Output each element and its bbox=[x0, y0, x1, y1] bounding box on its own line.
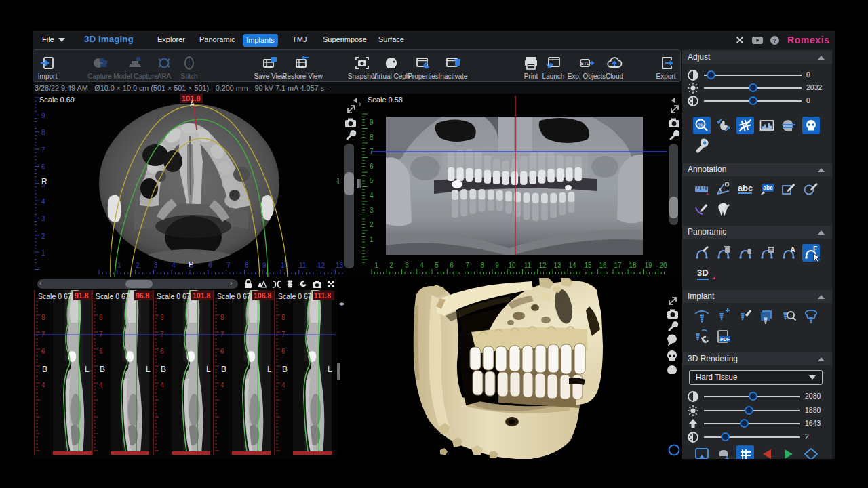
svg-text:4: 4 bbox=[99, 382, 103, 389]
svg-text:1: 1 bbox=[370, 236, 374, 243]
svg-text:8: 8 bbox=[370, 134, 374, 141]
svg-text:96.8: 96.8 bbox=[136, 291, 150, 300]
svg-text:5: 5 bbox=[370, 177, 374, 184]
svg-text:111.8: 111.8 bbox=[314, 291, 331, 300]
svg-text:8: 8 bbox=[220, 314, 224, 321]
svg-text:PDF: PDF bbox=[720, 337, 730, 342]
svg-text:9: 9 bbox=[495, 262, 499, 269]
svg-text:3: 3 bbox=[154, 262, 158, 269]
svg-text:L: L bbox=[267, 365, 272, 374]
svg-text:12: 12 bbox=[538, 262, 547, 269]
svg-text:6: 6 bbox=[208, 262, 212, 269]
svg-text:11: 11 bbox=[524, 262, 532, 269]
svg-text:?: ? bbox=[773, 37, 777, 44]
svg-text:7: 7 bbox=[370, 148, 374, 155]
svg-text:10: 10 bbox=[281, 262, 289, 269]
svg-text:17: 17 bbox=[614, 262, 622, 269]
svg-text:Scale 0 67: Scale 0 67 bbox=[38, 292, 72, 300]
svg-text:Scale 0 67: Scale 0 67 bbox=[157, 292, 191, 300]
svg-text:abc: abc bbox=[763, 184, 773, 191]
svg-text:4: 4 bbox=[172, 262, 176, 269]
svg-text:3: 3 bbox=[370, 207, 374, 214]
svg-text:6: 6 bbox=[160, 348, 164, 355]
svg-text:15: 15 bbox=[584, 262, 592, 269]
svg-text:L: L bbox=[146, 365, 151, 374]
svg-text:7: 7 bbox=[226, 262, 231, 269]
svg-text:8: 8 bbox=[480, 262, 484, 269]
svg-text:16: 16 bbox=[599, 262, 607, 269]
svg-text:91.8: 91.8 bbox=[75, 291, 89, 300]
svg-text:A: A bbox=[790, 246, 795, 253]
svg-text:2: 2 bbox=[136, 262, 140, 269]
svg-text:20: 20 bbox=[659, 262, 667, 269]
svg-text:8: 8 bbox=[281, 314, 285, 321]
svg-text:4: 4 bbox=[420, 262, 424, 269]
svg-text:STL: STL bbox=[580, 61, 589, 66]
svg-text:18: 18 bbox=[629, 262, 637, 269]
svg-text:11: 11 bbox=[299, 262, 307, 269]
svg-text:101.8: 101.8 bbox=[193, 291, 210, 300]
svg-text:1: 1 bbox=[41, 249, 45, 257]
svg-text:2: 2 bbox=[41, 232, 45, 240]
svg-text:13: 13 bbox=[553, 262, 561, 269]
svg-text:6: 6 bbox=[281, 348, 285, 355]
svg-text:8: 8 bbox=[41, 129, 45, 136]
svg-text:4: 4 bbox=[41, 198, 45, 205]
svg-text:2: 2 bbox=[389, 262, 393, 269]
svg-text:10: 10 bbox=[508, 262, 516, 269]
svg-text:106.8: 106.8 bbox=[254, 291, 271, 300]
svg-text:abc: abc bbox=[738, 183, 753, 193]
svg-text:B: B bbox=[161, 365, 166, 374]
svg-text:Scale 0 67: Scale 0 67 bbox=[96, 292, 130, 300]
svg-text:%: % bbox=[698, 121, 703, 128]
svg-text:5: 5 bbox=[435, 262, 439, 269]
svg-text:B: B bbox=[282, 365, 288, 374]
svg-text:6: 6 bbox=[41, 348, 45, 355]
svg-text:7: 7 bbox=[41, 146, 45, 154]
svg-text:6: 6 bbox=[41, 163, 45, 171]
svg-text:L: L bbox=[206, 365, 211, 374]
svg-text:9: 9 bbox=[262, 262, 267, 269]
svg-text:4: 4 bbox=[160, 382, 164, 389]
svg-text:1: 1 bbox=[374, 262, 378, 269]
svg-text:6: 6 bbox=[220, 348, 224, 355]
svg-text:L: L bbox=[328, 365, 332, 374]
svg-text:B: B bbox=[221, 365, 226, 374]
svg-text:B: B bbox=[42, 365, 47, 374]
svg-text:F: F bbox=[813, 245, 817, 253]
svg-text:L: L bbox=[85, 365, 90, 374]
svg-text:19: 19 bbox=[644, 262, 652, 269]
svg-text:8: 8 bbox=[245, 262, 249, 269]
svg-text:9: 9 bbox=[41, 112, 45, 119]
svg-text:7: 7 bbox=[465, 262, 469, 269]
svg-text:4: 4 bbox=[281, 382, 285, 389]
svg-text:2: 2 bbox=[370, 221, 374, 228]
svg-text:3: 3 bbox=[405, 262, 409, 269]
svg-text:3: 3 bbox=[41, 215, 45, 222]
svg-text:9: 9 bbox=[370, 119, 374, 126]
svg-text:8: 8 bbox=[99, 314, 103, 321]
svg-text:8: 8 bbox=[160, 314, 164, 321]
svg-text:B: B bbox=[100, 365, 105, 374]
svg-text:4: 4 bbox=[370, 192, 374, 199]
svg-text:6: 6 bbox=[450, 262, 454, 269]
svg-text:14: 14 bbox=[568, 262, 576, 269]
svg-text:6: 6 bbox=[370, 163, 374, 170]
svg-text:Scale 0 67: Scale 0 67 bbox=[217, 292, 251, 300]
svg-text:12: 12 bbox=[317, 262, 326, 269]
svg-text:13: 13 bbox=[336, 262, 344, 269]
svg-text:8: 8 bbox=[41, 314, 45, 321]
svg-text:6: 6 bbox=[99, 348, 103, 355]
svg-text:4: 4 bbox=[220, 382, 224, 389]
svg-text:4: 4 bbox=[41, 382, 45, 389]
svg-text:1: 1 bbox=[117, 262, 121, 269]
svg-text:Scale 0 67: Scale 0 67 bbox=[278, 292, 312, 300]
